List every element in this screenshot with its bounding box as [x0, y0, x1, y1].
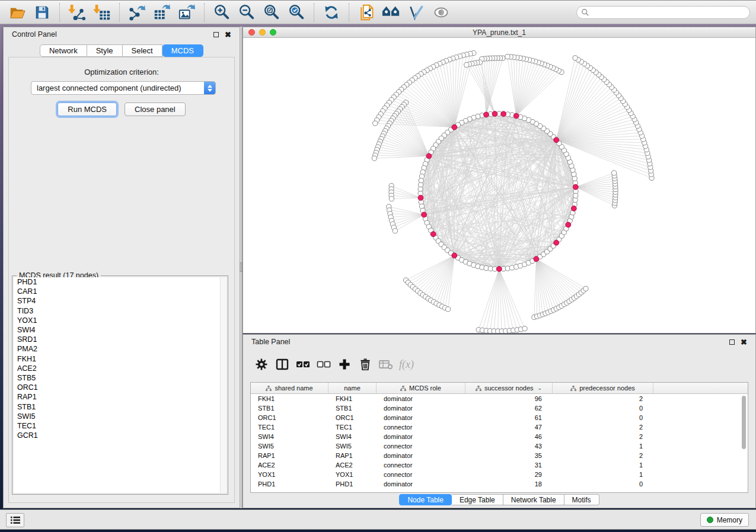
refresh-icon[interactable]	[322, 3, 341, 22]
tab-style[interactable]: Style	[87, 44, 123, 57]
deselect-all-rows-icon[interactable]	[316, 357, 331, 372]
search-network-icon[interactable]	[382, 3, 401, 22]
column-header-name[interactable]: name	[328, 383, 377, 393]
delete-table-icon[interactable]	[378, 357, 394, 372]
mcds-node[interactable]	[566, 222, 571, 227]
mcds-node[interactable]	[496, 267, 502, 272]
table-row[interactable]: YOX1YOX1connector291	[251, 470, 748, 479]
mcds-result-item[interactable]: TID3	[14, 306, 227, 316]
zoom-in-icon[interactable]	[212, 3, 231, 22]
mcds-result-item[interactable]: PHD1	[14, 277, 227, 287]
mcds-result-item[interactable]: STB1	[14, 402, 227, 412]
hide-graphics-icon[interactable]	[432, 3, 451, 22]
mcds-node[interactable]	[452, 253, 457, 258]
delete-column-icon[interactable]	[358, 357, 373, 372]
mcds-node[interactable]	[452, 124, 457, 130]
table-row[interactable]: STB1STB1dominator620	[251, 403, 748, 413]
column-header-successor-nodes[interactable]: successor nodes⌄	[465, 383, 553, 393]
mcds-node[interactable]	[484, 112, 489, 117]
table-scrollbar[interactable]	[741, 395, 747, 492]
mcds-result-item[interactable]: SWI5	[14, 412, 227, 421]
function-builder-icon[interactable]: f(x)	[399, 357, 414, 372]
mcds-node[interactable]	[501, 111, 506, 117]
mcds-result-item[interactable]: SRD1	[14, 335, 227, 344]
table-row[interactable]: PHD1PHD1dominator180	[251, 479, 748, 489]
tab-mcds[interactable]: MCDS	[162, 44, 203, 57]
network-window-titlebar[interactable]: YPA_prune.txt_1	[243, 27, 755, 38]
leaf-node[interactable]	[372, 156, 377, 161]
mcds-result-item[interactable]: RAP1	[14, 392, 227, 402]
column-header-shared-name[interactable]: shared name	[251, 383, 328, 393]
criterion-dropdown[interactable]: largest connected component (undirected)	[31, 81, 216, 95]
mcds-node[interactable]	[534, 257, 539, 262]
leaf-node[interactable]	[612, 171, 617, 175]
leaf-node[interactable]	[446, 307, 451, 312]
tab-edge-table[interactable]: Edge Table	[452, 494, 503, 505]
leaf-node[interactable]	[522, 326, 527, 331]
mcds-result-item[interactable]: PMA2	[14, 344, 227, 354]
search-input[interactable]	[592, 8, 749, 17]
export-table-icon[interactable]	[152, 3, 171, 22]
mcds-result-item[interactable]: YOX1	[14, 316, 227, 325]
zoom-selected-icon[interactable]	[287, 3, 306, 22]
network-node[interactable]	[573, 193, 578, 198]
mcds-node[interactable]	[571, 206, 576, 211]
graphics-details-icon[interactable]	[407, 3, 426, 22]
close-window-icon[interactable]: ✖	[225, 32, 231, 37]
mcds-list-scrollbar[interactable]	[220, 277, 227, 493]
mcds-result-list[interactable]: PHD1CAR1STP4TID3YOX1SWI4SRD1PMA2FKH1ACE2…	[14, 277, 227, 493]
mcds-result-item[interactable]: SWI4	[14, 325, 227, 335]
mcds-result-item[interactable]: STB5	[14, 373, 227, 383]
leaf-node[interactable]	[464, 62, 469, 67]
table-row[interactable]: ORC1ORC1dominator610	[251, 413, 748, 422]
leaf-node[interactable]	[373, 121, 378, 126]
tab-select[interactable]: Select	[123, 44, 162, 57]
float-window-icon[interactable]	[213, 32, 219, 37]
leaf-node[interactable]	[573, 56, 578, 60]
mcds-node[interactable]	[554, 137, 559, 143]
mcds-node[interactable]	[573, 184, 578, 190]
mcds-result-item[interactable]: FKH1	[14, 354, 227, 364]
tab-node-table[interactable]: Node Table	[399, 494, 452, 505]
table-row[interactable]: ACE2ACE2connector311	[251, 460, 748, 470]
column-header-MCDS-role[interactable]: MCDS role	[377, 383, 465, 393]
command-panel-button[interactable]	[6, 513, 24, 527]
mcds-result-item[interactable]: TEC1	[14, 421, 227, 431]
tab-network[interactable]: Network	[40, 44, 87, 57]
mcds-node[interactable]	[554, 240, 559, 245]
run-mcds-button[interactable]: Run MCDS	[58, 102, 117, 116]
table-scrollbar-thumb[interactable]	[742, 396, 746, 449]
zoom-out-icon[interactable]	[237, 3, 256, 22]
zoom-fit-icon[interactable]	[262, 3, 281, 22]
close-panel-button[interactable]: Close panel	[125, 102, 186, 116]
tab-network-table[interactable]: Network Table	[503, 494, 564, 505]
leaf-node[interactable]	[583, 286, 588, 291]
save-session-icon[interactable]	[33, 3, 52, 22]
mcds-node[interactable]	[430, 232, 436, 237]
mcds-node[interactable]	[513, 113, 519, 118]
mcds-result-item[interactable]: ORC1	[14, 383, 227, 392]
table-row[interactable]: SWI4SWI4dominator462	[251, 432, 748, 441]
leaf-node[interactable]	[505, 55, 510, 59]
mcds-node[interactable]	[492, 111, 497, 117]
column-settings-icon[interactable]	[254, 357, 269, 372]
export-image-icon[interactable]	[177, 3, 196, 22]
mcds-result-item[interactable]: ACE2	[14, 364, 227, 373]
mcds-node[interactable]	[426, 153, 432, 159]
mcds-node[interactable]	[422, 212, 427, 217]
share-document-icon[interactable]	[357, 3, 376, 22]
global-search-field[interactable]	[576, 6, 750, 19]
memory-button[interactable]: Memory	[700, 513, 749, 527]
select-all-rows-icon[interactable]	[295, 357, 311, 372]
leaf-node[interactable]	[389, 197, 394, 201]
mcds-result-item[interactable]: STP4	[14, 296, 227, 306]
float-window-icon[interactable]	[729, 339, 735, 345]
pane-layout-icon[interactable]	[275, 357, 290, 372]
mcds-result-item[interactable]: GCR1	[14, 431, 227, 440]
close-window-icon[interactable]: ✖	[741, 339, 747, 345]
column-header-predecessor-nodes[interactable]: predecessor nodes	[553, 383, 653, 393]
open-file-icon[interactable]	[8, 3, 27, 22]
table-row[interactable]: FKH1FKH1dominator962	[251, 394, 748, 403]
mcds-result-item[interactable]: CAR1	[14, 287, 227, 296]
import-network-icon[interactable]	[68, 3, 87, 22]
